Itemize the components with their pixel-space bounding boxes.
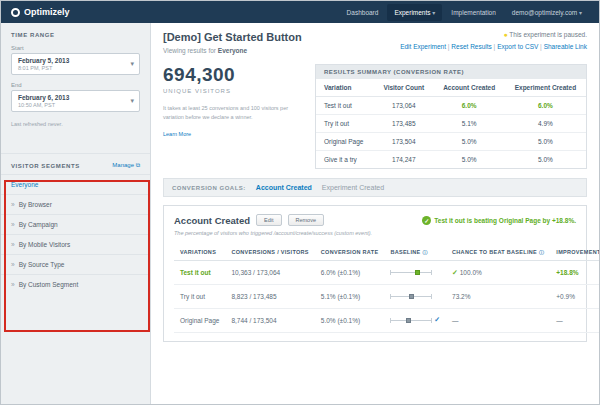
segment-by-mobile-visitors[interactable]: »By Mobile Visitors [1, 234, 150, 254]
unique-visitors-label: UNIQUE VISITORS [163, 88, 301, 94]
nav-experiments-label: Experiments [394, 9, 430, 16]
confidence-interval-slider [390, 292, 432, 301]
visitor-count: 173,504 [374, 133, 433, 151]
info-icon[interactable]: ⓘ [423, 249, 428, 255]
chevron-right-icon: » [11, 261, 15, 268]
visitor-count: 174,247 [374, 151, 433, 169]
variation-name: Give it a try [316, 151, 374, 169]
col-improvement: IMPROVEMENT [550, 244, 599, 261]
conversion-rate: 5.1% (±0.1%) [315, 285, 385, 309]
paused-status-icon: ● [503, 31, 507, 38]
segment-by-campaign[interactable]: »By Campaign [1, 214, 150, 234]
conversion-goals-bar: CONVERSION GOALS: Account Created Experi… [163, 178, 587, 197]
chevron-right-icon: » [11, 201, 15, 208]
table-row: Test it out 173,064 6.0% 6.0% [316, 97, 586, 115]
header-links: Edit ExperimentReset ResultsExport to CS… [400, 43, 587, 50]
nav-experiments[interactable]: Experiments ▾ [387, 4, 442, 21]
chance-value: 73.2% [452, 293, 470, 300]
results-summary-table: Variation Visitor Count Account Created … [316, 79, 586, 168]
account-rate: 5.1% [433, 115, 504, 133]
segment-label: By Custom Segment [19, 281, 79, 288]
conversions-visitors: 10,363 / 173,064 [225, 261, 314, 285]
end-date-picker[interactable]: February 6, 2013 10:50 AM, PST ▾ [11, 90, 140, 112]
visitor-segments-title: VISITOR SEGMENTS [11, 163, 80, 169]
baseline-check-icon: ✓ [434, 316, 440, 323]
experiment-status: ● This experiment is paused. [400, 31, 587, 38]
edit-experiment-link[interactable]: Edit Experiment [400, 43, 451, 50]
segment-label: Everyone [11, 181, 38, 188]
remove-goal-button[interactable]: Remove [288, 214, 324, 226]
conversion-goals-label: CONVERSION GOALS: [172, 185, 246, 191]
variation-name: Try it out [174, 285, 225, 309]
improvement-value: +0.9% [550, 285, 599, 309]
caret-down-icon: ▾ [432, 10, 435, 16]
top-navbar: Optimizely Dashboard Experiments ▾ Imple… [1, 1, 599, 23]
caret-down-icon: ▾ [130, 97, 134, 105]
start-date-picker[interactable]: February 5, 2013 8:01 PM, PST ▾ [11, 53, 140, 75]
segment-label: By Campaign [19, 221, 58, 228]
segment-label: By Source Type [19, 261, 65, 268]
col-experiment-created: Experiment Created [505, 79, 586, 97]
goal-results-table: VARIATIONS CONVERSIONS / VISITORS CONVER… [174, 244, 599, 333]
manage-label: Manage [112, 162, 134, 168]
conversion-rate: 5.0% (±0.1%) [315, 309, 385, 333]
winner-text: Test it out is beating Original Page by … [434, 217, 576, 224]
improvement-value: — [550, 309, 599, 333]
shareable-link[interactable]: Shareable Link [544, 43, 587, 50]
stats-row: 694,300 UNIQUE VISITORS It takes at leas… [163, 64, 587, 169]
start-date-value: February 5, 2013 [18, 57, 123, 64]
optimizely-logo[interactable]: Optimizely [11, 7, 70, 17]
variation-name: Test it out [316, 97, 374, 115]
tab-experiment-created[interactable]: Experiment Created [322, 184, 384, 191]
sidebar: TIME RANGE Start February 5, 2013 8:01 P… [1, 23, 151, 405]
check-icon: ✓ [452, 269, 458, 276]
visitor-count: 173,064 [374, 97, 433, 115]
subtitle-prefix: Viewing results for [163, 47, 216, 54]
chevron-right-icon: » [11, 221, 15, 228]
confidence-interval-slider [390, 316, 432, 325]
nav-account-menu[interactable]: demo@optimizely.com ▾ [505, 4, 589, 21]
reset-results-link[interactable]: Reset Results [451, 43, 497, 50]
table-row: Try it out 173,485 5.1% 4.9% [316, 115, 586, 133]
subtitle-segment: Everyone [218, 47, 247, 54]
start-time-value: 8:01 PM, PST [18, 65, 123, 71]
chevron-right-icon: » [11, 241, 15, 248]
segment-by-source-type[interactable]: »By Source Type [1, 254, 150, 274]
visitor-segments-section: VISITOR SEGMENTS Manage ⧉ Everyone »By B… [1, 153, 150, 294]
main-nav: Dashboard Experiments ▾ Implementation d… [340, 4, 589, 21]
segment-everyone[interactable]: Everyone [1, 174, 150, 194]
conversions-visitors: 8,823 / 173,485 [225, 285, 314, 309]
optimizely-logo-icon [11, 8, 20, 17]
info-icon[interactable]: ⓘ [539, 249, 544, 255]
conversion-rate: 6.0% (±0.1%) [315, 261, 385, 285]
variation-name: Test it out [174, 261, 225, 285]
end-time-value: 10:50 AM, PST [18, 102, 123, 108]
experiment-rate: 5.0% [505, 133, 586, 151]
nav-implementation[interactable]: Implementation [444, 4, 502, 21]
chance-value: — [452, 317, 459, 324]
experiment-rate: 4.9% [505, 115, 586, 133]
variation-name: Original Page [174, 309, 225, 333]
learn-more-link[interactable]: Learn More [163, 131, 191, 137]
tab-account-created[interactable]: Account Created [256, 184, 312, 191]
conversions-visitors: 8,744 / 173,504 [225, 309, 314, 333]
status-text: This experiment is paused. [509, 31, 587, 38]
col-chance-to-beat: CHANCE TO BEAT BASELINE [452, 249, 537, 255]
visitor-count: 173,485 [374, 115, 433, 133]
segment-by-custom-segment[interactable]: »By Custom Segment [1, 274, 150, 294]
edit-goal-button[interactable]: Edit [256, 214, 281, 226]
start-label: Start [1, 43, 150, 53]
table-row: Original Page 173,504 5.0% 5.0% [316, 133, 586, 151]
account-rate: 5.0% [433, 151, 504, 169]
col-visitor-count: Visitor Count [374, 79, 433, 97]
end-label: End [1, 80, 150, 90]
account-created-panel: Account Created Edit Remove ✓ Test it ou… [163, 205, 587, 342]
segment-by-browser[interactable]: »By Browser [1, 194, 150, 214]
goal-description: The percentage of visitors who triggered… [174, 230, 576, 236]
unique-visitors-count: 694,300 [163, 64, 301, 86]
winner-callout: ✓ Test it out is beating Original Page b… [422, 216, 576, 225]
experiment-rate: 6.0% [505, 97, 586, 115]
nav-dashboard[interactable]: Dashboard [340, 4, 386, 21]
manage-segments-link[interactable]: Manage ⧉ [112, 162, 140, 169]
export-csv-link[interactable]: Export to CSV [497, 43, 544, 50]
